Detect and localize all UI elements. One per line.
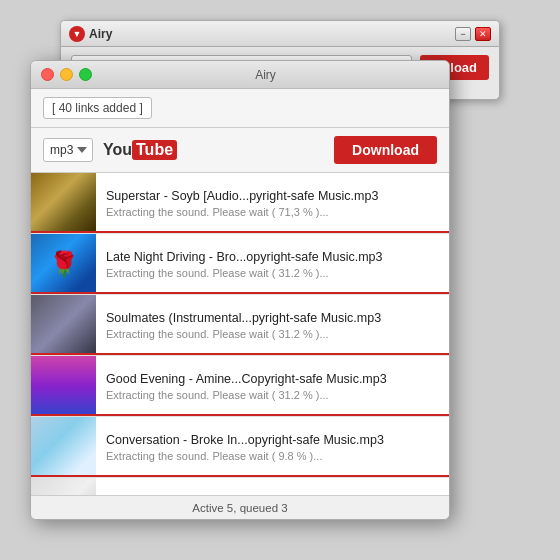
youtube-you-text: You [103, 141, 132, 159]
links-bar: [ 40 links added ] [31, 89, 449, 128]
track-item[interactable]: Good Evening - Amine...Copyright-safe Mu… [31, 356, 449, 417]
track-thumbnail [31, 173, 96, 233]
bg-logo: ▼ Airy [69, 26, 112, 42]
main-window: Airy [ 40 links added ] mp3 YouTube Down… [30, 60, 450, 520]
track-info: Conversation - Broke In...opyright-safe … [96, 417, 449, 477]
track-item[interactable]: Conversation - Broke In...opyright-safe … [31, 417, 449, 478]
format-select[interactable]: mp3 [43, 138, 93, 162]
mac-maximize-button[interactable] [79, 68, 92, 81]
controls-bar: mp3 YouTube Download [31, 128, 449, 173]
track-status: Extracting the sound. Please wait ( 9.8 … [106, 450, 439, 462]
track-status: Extracting the sound. Please wait ( 31.2… [106, 389, 439, 401]
track-status: Extracting the sound. Please wait ( 31.2… [106, 328, 439, 340]
main-window-title: Airy [92, 68, 439, 82]
bg-window-controls: − ✕ [455, 27, 491, 41]
track-thumbnail [31, 295, 96, 355]
track-info: The Day I Met You - Arv...opyright-safe … [96, 478, 449, 495]
download-button[interactable]: Download [334, 136, 437, 164]
track-item[interactable]: The Day I Met You - Arv...opyright-safe … [31, 478, 449, 495]
status-text: Active 5, queued 3 [192, 502, 287, 514]
track-status: Extracting the sound. Please wait ( 71,3… [106, 206, 439, 218]
track-thumbnail [31, 234, 96, 294]
track-name: Superstar - Soyb [Audio...pyright-safe M… [106, 189, 439, 203]
youtube-tube-text: Tube [132, 140, 177, 160]
mac-close-button[interactable] [41, 68, 54, 81]
bg-close-button[interactable]: ✕ [475, 27, 491, 41]
track-name: Late Night Driving - Bro...opyright-safe… [106, 250, 439, 264]
track-info: Superstar - Soyb [Audio...pyright-safe M… [96, 173, 449, 233]
bg-titlebar: ▼ Airy − ✕ [61, 21, 499, 47]
track-thumbnail [31, 478, 96, 495]
airy-icon: ▼ [69, 26, 85, 42]
track-info: Soulmates (Instrumental...pyright-safe M… [96, 295, 449, 355]
mac-window-buttons [41, 68, 92, 81]
track-info: Late Night Driving - Bro...opyright-safe… [96, 234, 449, 294]
track-name: Soulmates (Instrumental...pyright-safe M… [106, 311, 439, 325]
mac-minimize-button[interactable] [60, 68, 73, 81]
status-bar: Active 5, queued 3 [31, 495, 449, 519]
track-info: Good Evening - Amine...Copyright-safe Mu… [96, 356, 449, 416]
tracks-list: Superstar - Soyb [Audio...pyright-safe M… [31, 173, 449, 495]
main-titlebar: Airy [31, 61, 449, 89]
bg-app-name: Airy [89, 27, 112, 41]
track-name: Conversation - Broke In...opyright-safe … [106, 433, 439, 447]
track-thumbnail [31, 356, 96, 416]
track-item[interactable]: Soulmates (Instrumental...pyright-safe M… [31, 295, 449, 356]
track-status: Extracting the sound. Please wait ( 31.2… [106, 267, 439, 279]
youtube-logo: YouTube [103, 140, 177, 160]
track-name: Good Evening - Amine...Copyright-safe Mu… [106, 372, 439, 386]
track-item[interactable]: Superstar - Soyb [Audio...pyright-safe M… [31, 173, 449, 234]
track-thumbnail [31, 417, 96, 477]
links-count-badge: [ 40 links added ] [43, 97, 152, 119]
track-item[interactable]: Late Night Driving - Bro...opyright-safe… [31, 234, 449, 295]
bg-minimize-button[interactable]: − [455, 27, 471, 41]
